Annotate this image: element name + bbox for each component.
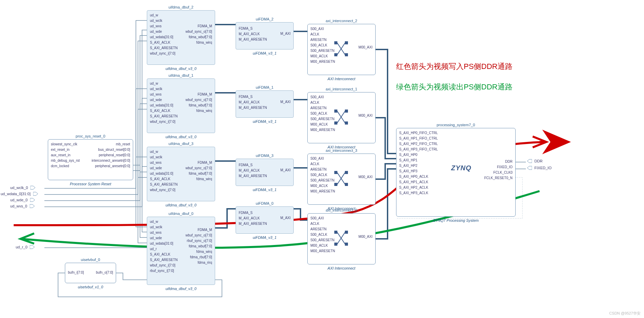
block-type: uifdma_dbuf_v3_0 (147, 135, 215, 139)
svg-rect-3 (345, 54, 348, 56)
port: wbuf_sync_i[7:0] (150, 187, 178, 193)
port: ud_wde (150, 97, 178, 103)
block-uifdma-dbuf-1[interactable]: uifdma_dbuf_1 ud_w ud_wclk ud_wvs ud_wde… (147, 78, 215, 133)
port: slowest_sync_clk (51, 142, 80, 147)
port: wbuf_sync_o[7:0] (185, 97, 212, 103)
svg-rect-0 (334, 41, 337, 44)
ext-port-ddr[interactable]: DDR (526, 159, 543, 164)
ext-port-fixed-io[interactable]: FIXED_IO (526, 166, 551, 171)
port: ud_w (150, 149, 178, 155)
port: ACLK (310, 161, 335, 167)
block-uifdma-dbuf-0[interactable]: uifdma_dbuf_0 ud_w ud_wclk ud_wvs ud_wde… (147, 217, 215, 285)
svg-rect-7 (345, 122, 348, 125)
port: ud_r (150, 246, 178, 252)
block-type: uifdma_dbuf_v3_0 (147, 67, 215, 71)
port: M_AXI_ACLK (239, 168, 267, 173)
port: wbuf_sync_i[7:0] (150, 51, 178, 56)
port: M_AXI_ARESETN (239, 105, 267, 111)
port: M00_ARESETN (310, 59, 335, 64)
port: fdma_wirq (185, 176, 212, 182)
block-proc-sys-reset-0[interactable]: proc_sys_reset_0 slowest_sync_clk ext_re… (48, 139, 133, 180)
block-uifdma-2[interactable]: uiFDMA_2 FDMA_S M_AXI_ACLK M_AXI_ARESETN… (236, 22, 294, 49)
ext-port-ud-wvs-0[interactable]: ud_wvs_0 (10, 204, 36, 209)
port: M_AXI_ARESETN (239, 37, 267, 42)
block-processing-system7-0[interactable]: processing_system7_0 S_AXI_HP0_FIFO_CTRL… (396, 128, 516, 217)
block-axi-interconnect-3[interactable]: axi_interconnect_3 S00_AXI ACLK ARESETN … (307, 154, 376, 205)
ext-port-ud-wdata-0[interactable]: ud_wdata_0[31:0] (1, 192, 39, 197)
port: S_AXI_ACLK (150, 252, 178, 257)
block-axi-interconnect-0[interactable]: axi_interconnect_0 S00_AXI ACLK ARESETN … (307, 213, 376, 264)
port: FIXED_IO (484, 164, 513, 170)
zynq-logo: ZYNQ (451, 164, 472, 172)
block-uifdma-dbuf-2[interactable]: uifdma_dbuf_2 ud_w ud_wclk ud_wvs ud_wde… (147, 10, 215, 65)
block-uisetvbuf-0[interactable]: uisetvbuf_0 bufn_i[7:0] bufn_o[7:0] uise… (65, 263, 116, 283)
svg-rect-11 (345, 183, 348, 186)
block-title: uifdma_dbuf_0 (147, 212, 215, 216)
port: ud_wdata[31:0] (150, 171, 178, 176)
port: M00_AXI (359, 234, 373, 240)
port: FDMA_S (239, 162, 267, 168)
port: fdma_wbuf[7:0] (185, 244, 212, 249)
port: S_AXI_HP2 (399, 163, 438, 169)
block-uifdma-0[interactable]: uiFDMA_0 FDMA_S M_AXI_ACLK M_AXI_ARESETN… (236, 206, 294, 234)
port: M_AXI_ACLK (239, 216, 267, 221)
port: FDMA_S (239, 26, 267, 31)
port: M_AXI (280, 215, 291, 221)
block-title: uifdma_dbuf_3 (147, 142, 215, 146)
port: M_AXI (280, 168, 291, 173)
ext-port-ud-wclk-0[interactable]: ud_wclk_0 (10, 186, 37, 190)
ext-port-ud-wde-0[interactable]: ud_wde_0 (10, 198, 36, 203)
port: wbuf_sync_i[7:0] (150, 119, 178, 125)
port: S_AXI_HP2_ACLK (399, 185, 438, 190)
port: M00_AXI (359, 45, 373, 50)
block-uifdma-1[interactable]: uiFDMA_1 FDMA_S M_AXI_ACLK M_AXI_ARESETN… (236, 90, 294, 118)
port-pin-icon (33, 191, 38, 196)
port: ud_wvs (150, 230, 178, 235)
port: S00_ARESETN (310, 178, 335, 183)
port: S_AXI_HP0 (399, 152, 438, 158)
block-title: uifdma_dbuf_2 (147, 5, 215, 9)
port: fdma_wirq (185, 40, 212, 45)
block-uifdma-dbuf-3[interactable]: uifdma_dbuf_3 ud_w ud_wclk ud_wvs ud_wde… (147, 147, 215, 201)
port: ARESETN (310, 37, 335, 43)
block-axi-interconnect-2[interactable]: axi_interconnect_2 S00_AXI ACLK ARESETN … (307, 24, 376, 75)
svg-rect-12 (334, 231, 337, 233)
block-uifdma-3[interactable]: uiFDMA_3 FDMA_S M_AXI_ACLK M_AXI_ARESETN… (236, 159, 294, 186)
svg-rect-13 (334, 243, 337, 246)
block-title: axi_interconnect_1 (308, 87, 375, 91)
port: S_AXI_ACLK (150, 176, 178, 182)
port: peripheral_aresetn[0:0] (92, 163, 130, 169)
ext-port-label: FIXED_IO (534, 166, 551, 170)
port: M_AXI_ACLK (239, 31, 267, 37)
block-title: axi_interconnect_2 (308, 19, 375, 23)
port: S_AXI_HP3_FIFO_CTRL (399, 147, 438, 152)
port: S00_ARESETN (310, 116, 335, 122)
port: ud_w (150, 81, 178, 86)
port: M_AXI_ARESETN (239, 221, 267, 227)
block-type: AXI Interconnect (308, 266, 375, 270)
port: ud_wde (150, 29, 178, 34)
port: ud_wde (150, 235, 178, 241)
port: S_AXI_HP3_ACLK (399, 190, 438, 196)
block-axi-interconnect-1[interactable]: axi_interconnect_1 S00_AXI ACLK ARESETN … (307, 92, 376, 143)
port: ud_wdata[31:0] (150, 241, 178, 246)
svg-rect-9 (334, 183, 337, 186)
port: fdma_rbuf[7:0] (185, 255, 212, 260)
port: S_AXI_HP1_FIFO_CTRL (399, 136, 438, 141)
port: wbuf_sync_o[7:0] (185, 29, 212, 34)
port: S00_ACLK (310, 111, 335, 116)
ext-port-ud-r-0[interactable]: ud_r_0 (16, 245, 36, 250)
interconnect-icon (334, 171, 348, 186)
block-type: uiFDMA_v3_1 (236, 188, 293, 192)
port: M00_ARESETN (310, 127, 335, 133)
block-type: uiFDMA_v3_1 (236, 51, 293, 55)
ext-port-label: ud_wde_0 (10, 198, 28, 202)
port: ud_wde (150, 165, 178, 171)
port: FCLK_CLK0 (484, 170, 513, 175)
port: wbuf_sync_i[7:0] (150, 263, 178, 268)
block-type: uiFDMA_v3_1 (236, 119, 293, 124)
port: ud_w (150, 13, 178, 18)
port: FDMA_M (185, 24, 212, 29)
port: FDMA_S (239, 94, 267, 100)
block-title: processing_system7_0 (396, 123, 515, 127)
